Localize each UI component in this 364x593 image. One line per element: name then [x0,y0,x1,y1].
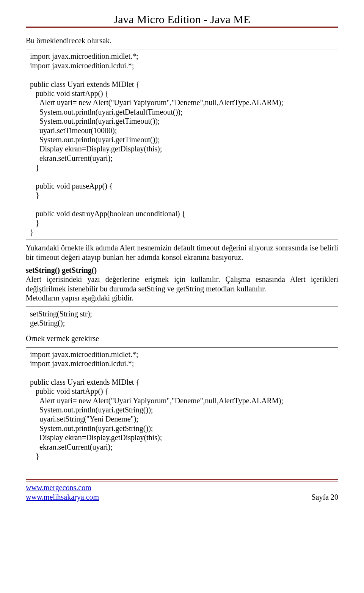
page-footer: www.mergecons.com www.melihsakarya.com S… [26,483,338,502]
paragraph-2: Alert içerisindeki yazı değerlerine eriş… [26,275,340,302]
code-block-3: import javax.microedition.midlet.*; impo… [26,347,338,468]
footer-rule [26,479,338,481]
code-block-2: setString(String str); getString(); [26,307,338,330]
paragraph-3: Örnek vermek gerekirse [26,334,338,343]
page-number: Sayfa 20 [311,492,338,502]
footer-links: www.mergecons.com www.melihsakarya.com [26,483,99,502]
code-block-1: import javax.microedition.midlet.*; impo… [26,49,338,239]
page-title: Java Micro Edition - Java ME [26,13,338,26]
paragraph-1: Yukarıdaki örnekte ilk adımda Alert nesn… [26,243,338,262]
footer-link-mergecons[interactable]: www.mergecons.com [26,483,91,492]
section-setstring-getstring: setString() getString() Alert içerisinde… [26,266,338,303]
title-rule [26,27,338,29]
intro-text: Bu örneklendirecek olursak. [26,36,338,45]
footer-link-melihsakarya[interactable]: www.melihsakarya.com [26,493,99,501]
section-heading: setString() getString() [26,266,97,274]
